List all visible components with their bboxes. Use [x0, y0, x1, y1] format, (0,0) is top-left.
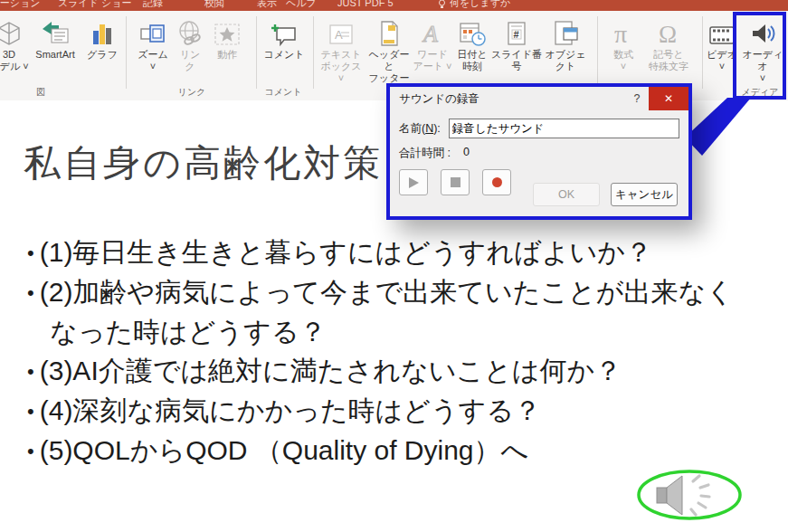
- dialog-body: 名前(N): 合計時間 : 0 OK キャンセル: [390, 110, 688, 214]
- header-footer-icon: [377, 13, 401, 49]
- tab-record[interactable]: 記録: [143, 0, 163, 8]
- ribbon-button-comment[interactable]: コメント: [261, 13, 308, 96]
- svg-text:A: A: [335, 28, 343, 42]
- 3d-model-icon: [0, 13, 22, 49]
- group-label-illustrations: 図: [25, 86, 56, 99]
- stop-button[interactable]: [441, 169, 470, 195]
- equation-icon: π: [611, 13, 636, 49]
- dialog-titlebar[interactable]: サウンドの録音 ? ✕: [390, 87, 688, 110]
- green-circle-annotation: [639, 471, 740, 518]
- date-time-icon: [459, 13, 486, 49]
- bullet-item: (4)深刻な病気にかかった時はどうする？: [27, 391, 735, 431]
- svg-text:π: π: [614, 20, 627, 47]
- tell-me-box[interactable]: 何をしますか: [450, 0, 510, 8]
- ribbon-button-smartart[interactable]: SmartArt: [27, 13, 83, 96]
- ribbon-button-zoom[interactable]: ズーム ˅: [132, 13, 174, 96]
- ribbon-button-link[interactable]: リン ク: [174, 13, 206, 96]
- wordart-icon: A: [420, 13, 445, 49]
- zoom-icon: [139, 13, 166, 49]
- symbol-icon: Ω: [656, 13, 681, 49]
- bullet-list: (1)毎日生き生きと暮らすにはどうすればよいか？ (2)加齢や病気によって今まで…: [27, 233, 735, 470]
- window-titlebar: アニメーション スライド ショー 記録 校閲 表示 ヘルプ JUST PDF 5…: [0, 0, 788, 11]
- name-label: 名前(N):: [399, 121, 441, 137]
- close-icon: ✕: [664, 92, 673, 105]
- svg-text:A: A: [422, 21, 438, 47]
- tab-view[interactable]: 表示: [257, 0, 277, 8]
- tell-me-icon: [438, 0, 446, 9]
- total-time-label: 合計時間 :: [399, 146, 451, 161]
- ribbon-button-3d-model[interactable]: 3D モデル ˅: [0, 13, 31, 96]
- cancel-button[interactable]: キャンセル: [611, 183, 678, 206]
- bullet-item: (3)AI介護では絶対に満たされないことは何か？: [27, 351, 735, 391]
- chart-icon: [90, 13, 115, 49]
- object-icon: [552, 13, 579, 49]
- ribbon-button-action[interactable]: 動作: [206, 13, 248, 96]
- group-label-links: リンク: [172, 86, 212, 99]
- slide-number-icon: #: [505, 13, 528, 49]
- video-icon: [708, 13, 736, 49]
- tab-just-pdf[interactable]: JUST PDF 5: [337, 0, 394, 8]
- sound-name-input[interactable]: [449, 119, 679, 138]
- dialog-close-button[interactable]: ✕: [649, 87, 688, 110]
- total-time-value: 0: [463, 146, 470, 161]
- bullet-item: (2)加齢や病気によって今まで出来ていたことが出来なくなった時はどうする？: [27, 272, 735, 351]
- tab-slideshow[interactable]: スライド ショー: [58, 0, 132, 8]
- ok-button[interactable]: OK: [533, 183, 600, 206]
- ribbon-button-chart[interactable]: グラフ: [83, 13, 121, 96]
- record-sound-dialog: サウンドの録音 ? ✕ 名前(N): 合計時間 : 0 OK キャンセル: [386, 83, 692, 220]
- slide-title: 私自身の高齢化対策: [24, 138, 383, 188]
- record-icon: [492, 177, 502, 187]
- play-icon: [409, 177, 419, 188]
- text-box-icon: A: [328, 13, 355, 49]
- smartart-icon: [41, 13, 70, 49]
- ribbon-button-text-box[interactable]: A テキスト ボックス ˅: [318, 13, 364, 96]
- dialog-help-button[interactable]: ?: [625, 92, 649, 105]
- group-label-comments: コメント: [259, 86, 308, 99]
- action-star-icon: [214, 13, 241, 49]
- tab-animations[interactable]: アニメーション: [0, 0, 41, 8]
- svg-text:#: #: [514, 29, 519, 40]
- dialog-title: サウンドの録音: [390, 91, 625, 107]
- comment-icon: [270, 13, 299, 49]
- svg-text:Ω: Ω: [659, 21, 677, 47]
- link-icon: [176, 13, 204, 49]
- audio-button-highlight: [733, 12, 786, 100]
- tab-review[interactable]: 校閲: [204, 0, 224, 8]
- stop-icon: [451, 177, 460, 187]
- record-button[interactable]: [482, 169, 511, 195]
- tab-help[interactable]: ヘルプ: [286, 0, 317, 8]
- slide-audio-speaker-icon[interactable]: [622, 463, 758, 527]
- bullet-item: (1)毎日生き生きと暮らすにはどうすればよいか？: [27, 233, 735, 272]
- play-button[interactable]: [399, 169, 428, 195]
